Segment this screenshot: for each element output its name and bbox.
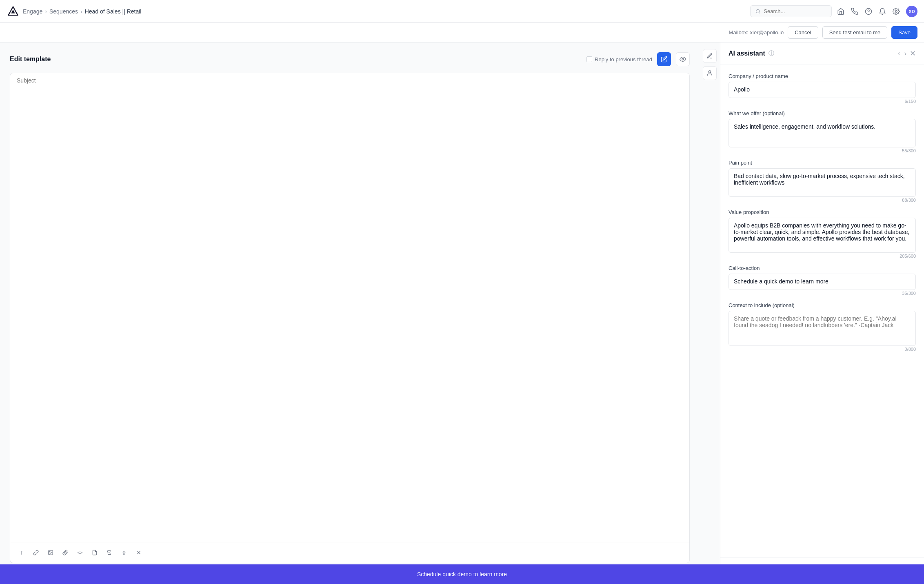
breadcrumb-current: Head of Sales || Retail bbox=[85, 8, 142, 15]
ai-next-button[interactable]: › bbox=[904, 49, 907, 58]
what-we-offer-field: What we offer (optional) 55/300 bbox=[729, 110, 916, 153]
bottom-banner-text: Schedule quick demo to learn more bbox=[417, 571, 507, 577]
search-icon bbox=[755, 9, 760, 14]
cancel-button[interactable]: Cancel bbox=[788, 26, 818, 39]
nav-icons: XD bbox=[837, 6, 917, 17]
value-prop-input[interactable] bbox=[729, 218, 916, 253]
ai-panel-title: AI assistant bbox=[729, 50, 765, 57]
cta-input[interactable] bbox=[729, 274, 916, 290]
editor-controls: Reply to previous thread bbox=[586, 52, 690, 66]
svg-point-6 bbox=[49, 551, 50, 552]
email-body-textarea[interactable] bbox=[17, 95, 683, 535]
editor-header: Edit template Reply to previous thread bbox=[10, 52, 690, 66]
document-button[interactable] bbox=[89, 546, 101, 559]
cta-count: 35/300 bbox=[729, 291, 916, 296]
home-icon[interactable] bbox=[837, 7, 845, 16]
value-prop-count: 205/600 bbox=[729, 254, 916, 259]
avatar[interactable]: XD bbox=[906, 6, 917, 17]
email-body[interactable] bbox=[10, 88, 689, 542]
help-icon[interactable] bbox=[864, 7, 873, 16]
what-we-offer-count: 55/300 bbox=[729, 148, 916, 153]
svg-point-4 bbox=[682, 58, 684, 60]
edit-mode-button[interactable] bbox=[657, 52, 671, 66]
image-button[interactable] bbox=[44, 546, 57, 559]
remove-button[interactable] bbox=[133, 546, 145, 559]
nav-right: XD bbox=[750, 5, 917, 17]
ai-prev-button[interactable]: ‹ bbox=[897, 49, 901, 58]
ai-title-row: AI assistant ⓘ bbox=[729, 50, 774, 57]
svg-point-0 bbox=[756, 9, 760, 13]
editor-toolbar: T <> {} bbox=[10, 542, 689, 563]
svg-point-9 bbox=[709, 71, 711, 73]
toolbar-row: Mailbox: xier@apollo.io Cancel Send test… bbox=[0, 23, 924, 42]
company-product-label: Company / product name bbox=[729, 73, 916, 79]
value-prop-label: Value proposition bbox=[729, 209, 916, 215]
editor-title: Edit template bbox=[10, 56, 51, 63]
company-product-input[interactable] bbox=[729, 82, 916, 98]
ai-compose-button[interactable] bbox=[703, 49, 717, 63]
context-label: Context to include (optional) bbox=[729, 302, 916, 308]
company-product-count: 6/150 bbox=[729, 99, 916, 104]
pain-point-field: Pain point 88/300 bbox=[729, 160, 916, 203]
link-button[interactable] bbox=[30, 546, 42, 559]
svg-point-3 bbox=[895, 10, 897, 12]
preview-mode-button[interactable] bbox=[676, 52, 690, 66]
save-button[interactable]: Save bbox=[891, 26, 917, 39]
main-content: Edit template Reply to previous thread bbox=[0, 42, 924, 584]
context-count: 0/800 bbox=[729, 347, 916, 352]
side-buttons bbox=[700, 42, 720, 584]
subject-input[interactable] bbox=[17, 77, 88, 84]
reply-thread-checkbox[interactable] bbox=[586, 56, 592, 62]
breadcrumb-sep-1: › bbox=[45, 8, 47, 15]
search-box[interactable] bbox=[750, 5, 832, 17]
ai-close-button[interactable]: ✕ bbox=[910, 49, 916, 58]
code-button[interactable]: <> bbox=[74, 546, 86, 559]
ai-panel-nav: ‹ › ✕ bbox=[897, 49, 916, 58]
pain-point-count: 88/300 bbox=[729, 198, 916, 203]
top-navigation: Engage › Sequences › Head of Sales || Re… bbox=[0, 0, 924, 23]
ai-panel-body: Company / product name 6/150 What we off… bbox=[720, 65, 924, 557]
personalize-button[interactable] bbox=[703, 66, 717, 80]
context-field: Context to include (optional) 0/800 bbox=[729, 302, 916, 352]
snippet-button[interactable]: {} bbox=[118, 546, 130, 559]
what-we-offer-label: What we offer (optional) bbox=[729, 110, 916, 116]
ai-info-icon[interactable]: ⓘ bbox=[769, 50, 774, 57]
settings-icon[interactable] bbox=[892, 7, 900, 16]
subject-field[interactable] bbox=[10, 73, 689, 88]
text-format-button[interactable]: T bbox=[15, 546, 27, 559]
editor-panel: Edit template Reply to previous thread bbox=[0, 42, 700, 584]
variable-button[interactable] bbox=[103, 546, 116, 559]
bottom-banner[interactable]: Schedule quick demo to learn more bbox=[0, 564, 924, 584]
context-input[interactable] bbox=[729, 311, 916, 346]
what-we-offer-input[interactable] bbox=[729, 119, 916, 147]
breadcrumb-sep-2: › bbox=[80, 8, 82, 15]
breadcrumb-engage[interactable]: Engage bbox=[23, 8, 42, 15]
cta-label: Call-to-action bbox=[729, 265, 916, 271]
breadcrumb: Engage › Sequences › Head of Sales || Re… bbox=[23, 8, 141, 15]
attachment-button[interactable] bbox=[59, 546, 71, 559]
ai-assistant-panel: AI assistant ⓘ ‹ › ✕ Company / product n… bbox=[720, 42, 924, 584]
phone-icon[interactable] bbox=[851, 7, 859, 16]
editor-box: T <> {} bbox=[10, 73, 690, 563]
cta-field: Call-to-action 35/300 bbox=[729, 265, 916, 296]
search-input[interactable] bbox=[764, 8, 826, 14]
logo[interactable] bbox=[7, 5, 20, 18]
pain-point-label: Pain point bbox=[729, 160, 916, 166]
send-test-button[interactable]: Send test email to me bbox=[822, 26, 888, 39]
reply-thread-label: Reply to previous thread bbox=[595, 56, 652, 62]
pain-point-input[interactable] bbox=[729, 168, 916, 197]
mailbox-label: Mailbox: xier@apollo.io bbox=[729, 29, 784, 36]
breadcrumb-sequences[interactable]: Sequences bbox=[49, 8, 78, 15]
bell-icon[interactable] bbox=[878, 7, 886, 16]
ai-panel-header: AI assistant ⓘ ‹ › ✕ bbox=[720, 42, 924, 65]
nav-left: Engage › Sequences › Head of Sales || Re… bbox=[7, 5, 141, 18]
reply-thread-toggle[interactable]: Reply to previous thread bbox=[586, 56, 652, 62]
company-product-field: Company / product name 6/150 bbox=[729, 73, 916, 104]
value-prop-field: Value proposition 205/600 bbox=[729, 209, 916, 259]
